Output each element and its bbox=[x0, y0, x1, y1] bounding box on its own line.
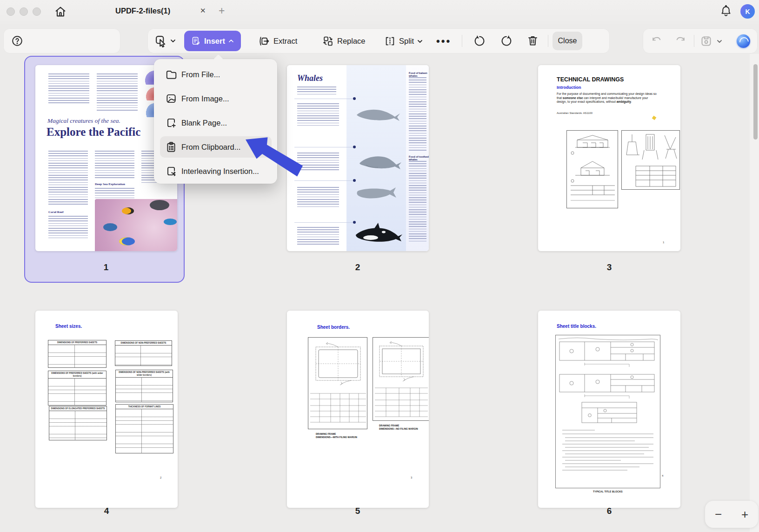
page-label-4: 4 bbox=[93, 506, 120, 516]
menu-item-label: From Image... bbox=[181, 94, 229, 103]
page-label-1: 1 bbox=[92, 262, 120, 273]
page4-table-title: THICKNESS OF FORMAT LINES bbox=[116, 405, 173, 409]
insert-chevron-up-icon bbox=[228, 39, 234, 43]
page6-figure bbox=[555, 335, 660, 488]
scrollbar-thumb[interactable] bbox=[753, 64, 758, 140]
new-tab-icon[interactable]: + bbox=[219, 5, 225, 17]
page6-caption: TYPICAL TITLE BLOCKS bbox=[593, 490, 623, 494]
page1-heading1: Coral Reef bbox=[48, 210, 63, 214]
page-label-5: 5 bbox=[344, 506, 372, 516]
page2-title: Whales bbox=[297, 73, 323, 83]
page3-title: TECHNICAL DRAWINGS bbox=[557, 76, 624, 83]
title-bar: UPDF-2-files(1) ✕ + K bbox=[0, 0, 759, 24]
tab-close-icon[interactable]: ✕ bbox=[200, 7, 206, 15]
page4-table-title: DIMENSIONS OF ELONGATED PREFERRED SHEETS bbox=[49, 406, 107, 411]
split-button[interactable]: Split bbox=[384, 35, 423, 47]
select-tool-chevron-down-icon[interactable] bbox=[170, 39, 176, 43]
traffic-light-minimize[interactable] bbox=[20, 7, 28, 16]
folder-icon bbox=[165, 68, 177, 80]
replace-label: Replace bbox=[337, 37, 366, 46]
interleave-icon bbox=[165, 165, 177, 177]
sperm-whale-illustration bbox=[355, 184, 403, 204]
extract-icon bbox=[259, 35, 270, 47]
close-label: Close bbox=[558, 37, 577, 45]
insert-label: Insert bbox=[204, 37, 225, 46]
save-button[interactable] bbox=[700, 35, 712, 47]
page2-heading1: Food of baleen whales bbox=[409, 72, 429, 77]
page1-heading2: Deep Sea Exploration bbox=[95, 182, 125, 186]
page5-figure-left bbox=[308, 337, 367, 429]
menu-item-from-file[interactable]: From File... bbox=[154, 62, 277, 86]
page4-table-title: DIMENSIONS OF PREFERRED SHEETS (with wid… bbox=[48, 371, 106, 379]
page5-caption1: DRAWING FRAMEDIMENSIONS—WITH FILING MARG… bbox=[316, 432, 357, 439]
insert-button[interactable]: Insert bbox=[184, 31, 241, 51]
page1-title: Explore the Pacific bbox=[47, 126, 140, 139]
page4-table-title: DIMENSIONS OF NON-PREFERRED SHEETS (with… bbox=[116, 370, 173, 378]
page4-title: Sheet sizes. bbox=[55, 324, 82, 329]
page-thumbnail-6[interactable]: Sheet title blocks. 4 TYPICAL TITLE BLOC… bbox=[538, 311, 680, 508]
page3-page-number: 1 bbox=[663, 241, 664, 244]
page6-title: Sheet title blocks. bbox=[557, 324, 596, 329]
ai-assistant-button[interactable] bbox=[737, 34, 750, 48]
page4-page-number: 2 bbox=[160, 476, 161, 479]
avatar-initial: K bbox=[745, 8, 750, 15]
orca-illustration bbox=[353, 221, 404, 245]
page3-chair-figure bbox=[621, 130, 680, 190]
page3-body: For the purpose of documenting and commu… bbox=[557, 92, 657, 104]
blank-page-icon bbox=[165, 117, 177, 129]
page2-heading2: Food of toothed whales bbox=[409, 155, 429, 161]
page1-coral-photo bbox=[95, 199, 177, 251]
toolbar-left-group: Multi-Select bbox=[4, 29, 120, 53]
page-label-6: 6 bbox=[595, 506, 623, 516]
page4-table-title: DIMENSIONS OF PREFERRED SHEETS bbox=[48, 340, 106, 345]
zoom-controls: − + bbox=[705, 501, 758, 528]
help-icon[interactable] bbox=[11, 35, 23, 47]
page-label-3: 3 bbox=[595, 262, 623, 273]
page5-title: Sheet borders. bbox=[317, 325, 350, 330]
more-options-button[interactable]: ••• bbox=[436, 35, 451, 47]
menu-item-blank-page[interactable]: Blank Page... bbox=[154, 111, 277, 135]
menu-item-from-image[interactable]: From Image... bbox=[154, 86, 277, 111]
page-label-2: 2 bbox=[344, 262, 372, 273]
rotate-right-button[interactable] bbox=[500, 34, 513, 47]
traffic-light-zoom[interactable] bbox=[33, 7, 41, 16]
extract-label: Extract bbox=[273, 37, 297, 46]
zoom-in-button[interactable]: + bbox=[741, 508, 748, 520]
page5-caption2: DRAWING FRAMEDIMENSIONS—NO FILING MARGIN bbox=[379, 424, 418, 431]
save-chevron-down-icon[interactable] bbox=[717, 40, 722, 43]
page-thumbnail-5[interactable]: Sheet borders. DRAWING FRAMEDIMENSIONS—W… bbox=[287, 311, 429, 508]
split-chevron-down-icon bbox=[417, 40, 423, 43]
avatar[interactable]: K bbox=[740, 4, 755, 19]
extract-button[interactable]: Extract bbox=[259, 35, 297, 47]
undo-button[interactable] bbox=[651, 35, 662, 47]
blue-whale-illustration bbox=[355, 105, 401, 123]
page5-figure-right bbox=[373, 337, 429, 421]
humpback-whale-illustration bbox=[357, 152, 403, 171]
page3-house-figure bbox=[566, 130, 618, 208]
page5-page-number: 3 bbox=[411, 476, 412, 479]
page4-table-title: DIMENSIONS OF NON-PREFERRED SHEETS bbox=[115, 341, 172, 346]
page3-standards: Australian Standards: AS1100 bbox=[557, 112, 593, 114]
replace-icon bbox=[322, 35, 334, 47]
close-button[interactable]: Close bbox=[553, 32, 582, 50]
zoom-out-button[interactable]: − bbox=[715, 508, 722, 520]
replace-button[interactable]: Replace bbox=[322, 35, 366, 47]
redo-button[interactable] bbox=[675, 35, 686, 47]
image-icon bbox=[165, 93, 177, 105]
page1-kicker: Magical creatures of the sea. bbox=[47, 117, 120, 125]
split-icon bbox=[384, 35, 396, 47]
page-thumbnail-3[interactable]: TECHNICAL DRAWINGS Introduction For the … bbox=[538, 65, 680, 251]
rotate-left-button[interactable] bbox=[473, 34, 486, 47]
select-tool-icon[interactable] bbox=[154, 34, 167, 47]
traffic-light-close[interactable] bbox=[7, 7, 15, 16]
bell-icon[interactable] bbox=[720, 5, 732, 18]
clipboard-icon bbox=[165, 141, 177, 153]
tab-title[interactable]: UPDF-2-files(1) bbox=[115, 7, 170, 15]
split-label: Split bbox=[399, 37, 414, 46]
menu-item-label: Blank Page... bbox=[181, 119, 227, 127]
delete-page-button[interactable] bbox=[526, 34, 539, 47]
insert-page-icon bbox=[191, 36, 201, 46]
home-icon[interactable] bbox=[54, 5, 67, 18]
page-thumbnail-4[interactable]: Sheet sizes. DIMENSIONS OF PREFERRED SHE… bbox=[35, 311, 178, 508]
page3-subtitle: Introduction bbox=[557, 85, 581, 90]
